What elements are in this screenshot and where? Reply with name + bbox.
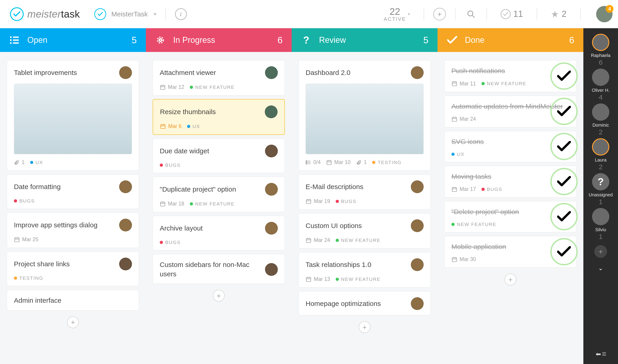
task-card[interactable]: Dashboard 2.0 0/4Mar 101TESTING: [299, 60, 431, 171]
chevron-down-icon[interactable]: ⌄: [598, 265, 603, 272]
assignee-avatar[interactable]: [265, 145, 278, 157]
task-card[interactable]: E-Mail descriptions Mar 19BUGS: [299, 174, 431, 209]
task-title: Tablet improvements: [14, 68, 77, 78]
completed-count[interactable]: 11: [501, 9, 523, 19]
task-meta: Mar 13NEW FEATURE: [306, 276, 424, 282]
column-header[interactable]: Open 5: [0, 28, 146, 52]
task-card[interactable]: Automatic updates from MindMeister Mar 2…: [444, 96, 577, 128]
paperclip-icon: [14, 160, 19, 165]
column-header[interactable]: In Progress 6: [146, 28, 292, 52]
assignee-avatar[interactable]: [411, 180, 424, 193]
search-button[interactable]: [465, 8, 477, 21]
task-title: Admin interface: [14, 296, 61, 305]
member-filter[interactable]: Laura 2: [592, 138, 609, 171]
task-tag: TESTING: [372, 160, 402, 165]
task-card[interactable]: Improve app settings dialog Mar 25: [7, 212, 139, 248]
due-date: Mar 24: [451, 116, 476, 122]
task-card[interactable]: Task relationships 1.0 Mar 13NEW FEATURE: [299, 252, 431, 287]
calendar-icon: [306, 198, 312, 204]
add-task-button[interactable]: ＋: [504, 273, 516, 286]
info-button[interactable]: i: [175, 8, 187, 20]
task-card[interactable]: Homepage optimizations: [299, 291, 431, 315]
task-card[interactable]: Admin interface: [7, 290, 139, 311]
member-count: 2: [599, 128, 603, 136]
task-meta: Mar 12NEW FEATURE: [160, 84, 278, 90]
task-card[interactable]: Archive layout BUGS: [153, 216, 285, 250]
member-filter[interactable]: ? Unassigned 1: [589, 173, 613, 206]
task-meta: Mar 18NEW FEATURE: [160, 201, 278, 207]
divider: [455, 8, 456, 20]
column-count: 5: [132, 35, 137, 45]
active-tasks-count[interactable]: 22 ACTIVE: [384, 6, 406, 22]
attachment-count: 1: [356, 159, 367, 165]
task-card[interactable]: Custom sidebars for non-Mac users: [153, 254, 285, 284]
due-date: Mar 6: [160, 123, 182, 129]
column-header[interactable]: Review 5: [292, 28, 437, 52]
member-filter[interactable]: Raphaela 6: [591, 34, 610, 66]
app-logo[interactable]: meistertask: [10, 7, 80, 21]
assignee-avatar[interactable]: [265, 66, 278, 79]
calendar-icon: [306, 237, 312, 243]
assignee-avatar[interactable]: [411, 258, 424, 271]
add-button[interactable]: ＋: [433, 8, 446, 21]
task-card[interactable]: Resize thumbnails Mar 6UX: [153, 99, 285, 135]
member-count: 4: [599, 93, 603, 101]
tag-dot: [451, 223, 455, 226]
task-tag: TESTING: [14, 275, 43, 281]
task-card[interactable]: Push notifications Mar 11NEW FEATURE: [444, 60, 577, 92]
assignee-avatar[interactable]: [265, 263, 278, 276]
assignee-avatar[interactable]: [411, 297, 424, 310]
task-title: Date formatting: [14, 182, 61, 192]
calendar-icon: [306, 276, 312, 282]
task-card[interactable]: Mobile application Mar 30: [444, 236, 577, 268]
member-filter[interactable]: Silviu 1: [592, 208, 609, 241]
assignee-avatar[interactable]: [119, 219, 132, 232]
task-meta: Mar 6UX: [160, 123, 277, 129]
starred-count[interactable]: ★ 2: [551, 9, 566, 19]
member-filter[interactable]: Oliver H. 4: [592, 69, 610, 101]
task-card[interactable]: Custom UI options Mar 24NEW FEATURE: [299, 213, 431, 248]
task-card[interactable]: Date formatting BUGS: [7, 174, 139, 209]
task-card[interactable]: Moving tasks Mar 17BUGS: [444, 166, 577, 198]
task-title: SVG icons: [451, 137, 484, 146]
task-card[interactable]: "Duplicate project" option Mar 18NEW FEA…: [153, 177, 285, 212]
collapse-sidebar-button[interactable]: ⬅: [594, 350, 607, 359]
task-card[interactable]: Tablet improvements 1UX: [7, 60, 139, 171]
add-task-button[interactable]: ＋: [359, 321, 370, 333]
assignee-avatar[interactable]: [119, 180, 132, 193]
task-tag: NEW FEATURE: [190, 201, 235, 207]
task-card[interactable]: Attachment viewer Mar 12NEW FEATURE: [153, 60, 285, 95]
assignee-avatar[interactable]: [265, 183, 278, 196]
task-title: Archive layout: [160, 224, 203, 233]
task-title: Attachment viewer: [160, 68, 216, 78]
assignee-avatar[interactable]: [119, 258, 132, 270]
task-card[interactable]: "Delete project" option NEW FEATURE: [444, 201, 577, 232]
assignee-avatar[interactable]: [411, 66, 424, 79]
tag-dot: [190, 202, 193, 206]
task-title: Task relationships 1.0: [306, 260, 371, 270]
task-tag: BUGS: [336, 199, 357, 204]
column-body: Push notifications Mar 11NEW FEATURE Aut…: [437, 52, 583, 364]
divider: [580, 8, 581, 20]
task-title: Custom UI options: [306, 221, 362, 231]
task-card[interactable]: Project share links TESTING: [7, 251, 139, 286]
task-meta: Mar 25: [14, 236, 132, 243]
project-selector[interactable]: MeisterTask ▾: [94, 8, 156, 20]
assignee-avatar[interactable]: [265, 105, 277, 118]
calendar-icon: [451, 186, 457, 192]
assignee-avatar[interactable]: [411, 219, 424, 232]
task-card[interactable]: Due date widget BUGS: [153, 139, 285, 173]
column-header[interactable]: Done 6: [437, 28, 583, 52]
add-task-button[interactable]: ＋: [67, 316, 79, 328]
app-name: meistertask: [27, 8, 80, 20]
column-body: Tablet improvements 1UX Date formatting …: [0, 52, 146, 364]
task-card[interactable]: SVG icons UX: [444, 131, 577, 162]
current-user-avatar[interactable]: 4: [596, 6, 613, 22]
assignee-avatar[interactable]: [265, 222, 278, 235]
member-count: 1: [599, 198, 603, 206]
members-sidebar: Raphaela 6 Oliver H. 4 Dominic 2 Laura 2…: [583, 28, 618, 364]
add-task-button[interactable]: ＋: [213, 290, 225, 302]
assignee-avatar[interactable]: [119, 66, 132, 79]
add-member-button[interactable]: ＋: [594, 245, 607, 258]
member-filter[interactable]: Dominic 2: [592, 104, 609, 136]
